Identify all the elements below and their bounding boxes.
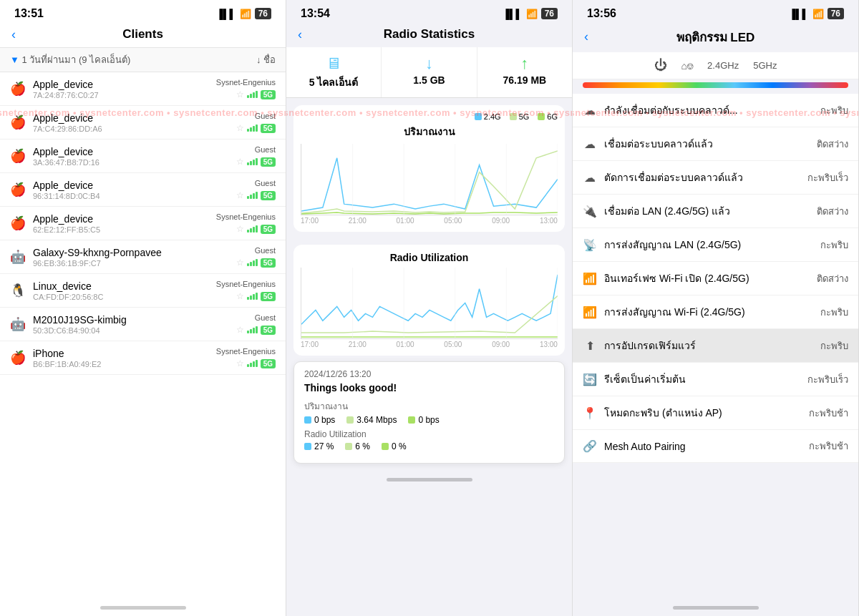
signal-bar xyxy=(256,124,258,132)
led-item-icon: ☁ xyxy=(583,171,597,185)
led-tab-power[interactable]: ⏻ xyxy=(654,58,667,73)
signal-bar xyxy=(256,326,258,333)
led-item-icon: 🔄 xyxy=(583,373,597,386)
led-list-item[interactable]: ☁ ตัดการเชื่อมต่อระบบคลาวด์แล้ว กะพริบเร… xyxy=(573,161,858,195)
led-item-name: อินเทอร์เฟซ Wi-Fi เปิด (2.4G/5G) xyxy=(604,270,817,286)
led-list-item[interactable]: ☁ กำลังเชื่อมต่อกับระบบคลาวด์... กะพริบ xyxy=(573,94,858,127)
led-item-name: Mesh Auto Pairing xyxy=(604,441,809,452)
bw-24g-sq xyxy=(304,416,311,424)
stat-icon: ↓ xyxy=(425,54,433,73)
signal-bar xyxy=(256,293,258,300)
bw-5g-sq xyxy=(346,416,354,424)
client-right: Guest ☆ 5G xyxy=(236,112,276,133)
client-item[interactable]: 🤖 Galaxy-S9-khxng-Pornpavee 96:EB:36:1B:… xyxy=(0,240,286,274)
led-tab-network[interactable]: ⌂⎊ xyxy=(681,60,693,72)
util-24g: 27 % xyxy=(304,441,334,451)
led-item-action: กะพริบเร็ว xyxy=(807,372,848,387)
bw-24g-val: 0 bps xyxy=(314,415,335,425)
client-item[interactable]: 🍎 Apple_device 7A:C4:29:86:DD:A6 Guest ☆… xyxy=(0,106,286,140)
bandwidth-chart-area xyxy=(301,144,558,215)
led-list-item[interactable]: 📶 การส่งสัญญาณ Wi-Fi (2.4G/5G) กะพริบ xyxy=(573,295,858,329)
chart1-time-labels: 17:00 21:00 01:00 05:00 09:00 13:00 xyxy=(301,217,558,225)
legend-6g-label: 6G xyxy=(547,112,558,121)
client-name: Galaxy-S9-khxng-Pornpavee xyxy=(33,247,236,258)
client-right: Sysnet-Engenius ☆ 5G xyxy=(216,347,276,368)
client-mac: 50:3D:C6:B4:90:04 xyxy=(33,326,236,335)
led-list-item[interactable]: 🔗 Mesh Auto Pairing กะพริบช้า xyxy=(573,430,858,463)
util-5g-val: 6 % xyxy=(355,441,370,451)
client-icon: 🤖 xyxy=(10,316,26,332)
signal-bar xyxy=(250,228,252,233)
bw-6g: 0 bps xyxy=(408,415,439,425)
signal-bar xyxy=(253,193,255,199)
client-item[interactable]: 🍎 Apple_device 7A:24:87:76:C0:27 Sysnet-… xyxy=(0,72,286,106)
led-item-icon: 🔌 xyxy=(583,205,597,218)
client-info: Apple_device 7A:C4:29:86:DD:A6 xyxy=(33,112,236,133)
client-item[interactable]: 🤖 M2010J19SG-kimbig 50:3D:C6:B4:90:04 Gu… xyxy=(0,308,286,341)
util-6g-sq xyxy=(382,443,389,450)
client-badges: ☆ 5G xyxy=(236,224,276,234)
bw-row: 0 bps 3.64 Mbps 0 bps xyxy=(304,415,554,425)
signal-bars xyxy=(247,225,258,233)
led-item-name: เชื่อมต่อระบบคลาวด์แล้ว xyxy=(604,136,817,152)
led-item-name: รีเซ็ตเป็นค่าเริ่มต้น xyxy=(604,371,807,387)
client-item[interactable]: 🍎 iPhone B6:BF:1B:A0:49:E2 Sysnet-Engeni… xyxy=(0,341,286,375)
client-info: Galaxy-S9-khxng-Pornpavee 96:EB:36:1B:9F… xyxy=(33,247,236,268)
bw-6g-sq xyxy=(408,416,415,424)
band-badge: 5G xyxy=(261,292,276,301)
bandwidth-chart-section: 2.4G 5G 6G ปริมาณงาน xyxy=(293,105,565,232)
signal-bar xyxy=(256,360,258,367)
led-list-item[interactable]: 🔌 เชื่อมต่อ LAN (2.4G/5G) แล้ว ติดสว่าง xyxy=(573,195,858,228)
star-icon: ☆ xyxy=(236,291,244,301)
led-item-action: ติดสว่าง xyxy=(817,137,848,152)
star-icon: ☆ xyxy=(236,157,244,167)
radio-util-chart-area xyxy=(301,268,558,339)
led-tab-5ghz[interactable]: 5GHz xyxy=(753,60,777,71)
back-button-3[interactable]: ‹ xyxy=(584,29,588,44)
sort-label[interactable]: ↓ ชื่อ xyxy=(256,52,276,67)
client-mac: 7A:24:87:76:C0:27 xyxy=(33,91,216,99)
signal-bar xyxy=(247,297,249,300)
led-list-item[interactable]: 📍 โหมดกะพริบ (ตำแหน่ง AP) กะพริบช้า xyxy=(573,396,858,430)
client-mac: 96:31:14:8D:0C:B4 xyxy=(33,192,236,200)
client-network: Guest xyxy=(255,179,276,187)
signal-bar xyxy=(256,91,258,98)
legend-24g-label: 2.4G xyxy=(484,112,501,121)
bw-section-title: ปริมาณงาน xyxy=(304,399,554,413)
signal-bar xyxy=(250,363,252,367)
back-button-1[interactable]: ‹ xyxy=(11,27,16,42)
radio-util-chart-section: Radio Utilization 17:00 21:00 01:00 05: xyxy=(293,245,565,356)
wifi-icon-2: 📶 xyxy=(526,9,538,19)
client-network: Sysnet-Engenius xyxy=(216,280,276,288)
led-list-item[interactable]: 📡 การส่งสัญญาณ LAN (2.4G/5G) กะพริบ xyxy=(573,228,858,262)
led-list-item[interactable]: 🔄 รีเซ็ตเป็นค่าเริ่มต้น กะพริบเร็ว xyxy=(573,363,858,396)
signal-bar xyxy=(250,295,252,300)
led-item-action: กะพริบเร็ว xyxy=(807,170,848,185)
stat-item: 🖥 5 ไคลเอ็นต์ xyxy=(286,47,382,97)
star-icon: ☆ xyxy=(236,358,244,368)
signal-bar xyxy=(256,192,258,199)
battery-1: 76 xyxy=(255,8,271,19)
back-button-2[interactable]: ‹ xyxy=(298,27,302,42)
led-list-item[interactable]: ⬆ การอัปเกรดเฟิร์มแวร์ กะพริบ xyxy=(573,329,858,363)
band-badge: 5G xyxy=(261,225,276,234)
signal-bar xyxy=(253,92,255,98)
client-item[interactable]: 🍎 Apple_device 62:E2:12:FF:B5:C5 Sysnet-… xyxy=(0,207,286,240)
star-icon: ☆ xyxy=(236,258,244,268)
led-item-icon: 🔗 xyxy=(583,439,597,453)
clients-panel: 13:51 ▐▌▌ 📶 76 ‹ Clients ▼ 1 วันที่ผ่านม… xyxy=(0,0,286,616)
led-list-item[interactable]: ☁ เชื่อมต่อระบบคลาวด์แล้ว ติดสว่าง xyxy=(573,127,858,161)
signal-bar xyxy=(253,126,255,132)
stats-summary: 🖥 5 ไคลเอ็นต์ ↓ 1.5 GB ↑ 76.19 MB xyxy=(286,47,572,98)
led-item-icon: 📍 xyxy=(583,406,597,420)
client-item[interactable]: 🍎 Apple_device 96:31:14:8D:0C:B4 Guest ☆… xyxy=(0,173,286,207)
led-item-name: เชื่อมต่อ LAN (2.4G/5G) แล้ว xyxy=(604,203,817,219)
led-tab-24ghz[interactable]: 2.4GHz xyxy=(707,60,739,71)
util-6g-val: 0 % xyxy=(392,441,407,451)
led-list-item[interactable]: 📶 อินเทอร์เฟซ Wi-Fi เปิด (2.4G/5G) ติดสว… xyxy=(573,262,858,295)
nav-bar-2: ‹ Radio Statistics xyxy=(286,24,572,47)
home-bar-3 xyxy=(673,606,759,610)
bw-5g: 3.64 Mbps xyxy=(346,415,397,425)
client-item[interactable]: 🍎 Apple_device 3A:36:47:B8:7D:16 Guest ☆… xyxy=(0,140,286,173)
client-item[interactable]: 🐧 Linux_device CA:FD:DF:20:56:8C Sysnet-… xyxy=(0,274,286,308)
